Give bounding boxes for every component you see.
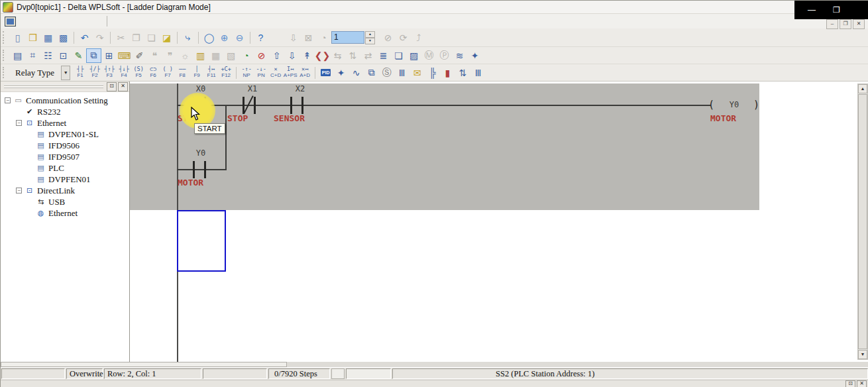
f2-closed-contact-button[interactable]: ┤/├F2 (87, 66, 102, 80)
transfer-icon[interactable]: ⤷ (180, 30, 195, 45)
timer-icon[interactable]: ◔ (316, 30, 331, 45)
memory-grid-icon[interactable]: ▦ (208, 48, 223, 63)
zoom-out-icon[interactable]: ⊖ (232, 30, 247, 45)
instruction-list-icon[interactable]: ▤ (10, 48, 25, 63)
layers-icon[interactable]: ⧉ (364, 66, 379, 80)
f6-coil-button[interactable]: ⊂⊃F6 (146, 66, 160, 80)
mdi-minimize-button[interactable]: – (826, 19, 838, 29)
download-plc-icon[interactable]: ⇩ (284, 48, 299, 63)
m-search-icon[interactable]: Ⓜ (421, 48, 437, 63)
eraser-icon[interactable]: ◪ (159, 30, 174, 45)
tree-item[interactable]: ▤ DVPEN01-SL (1, 129, 129, 140)
code-icon[interactable]: ❮❯ (315, 48, 330, 63)
menu-item[interactable] (68, 20, 80, 23)
contact-x2[interactable] (290, 97, 292, 114)
convert-button[interactable]: ✕C+D (268, 66, 283, 80)
brush-icon[interactable]: ✐ (132, 48, 147, 63)
branch-pipe-icon[interactable]: ╠ (425, 66, 440, 80)
monitor-mode-icon[interactable]: ⊡ (56, 48, 71, 63)
menu-item[interactable] (56, 20, 68, 23)
row-format-icon[interactable]: ≣ (376, 48, 391, 63)
s-coil-icon[interactable]: Ⓢ (379, 66, 394, 80)
f1-open-contact-button[interactable]: ┤├F1 (73, 66, 87, 80)
tree-item[interactable]: ▤ DVPFEN01 (1, 174, 129, 185)
network-icon[interactable]: ⧉ (86, 48, 101, 63)
undo-icon[interactable]: ↶ (77, 30, 92, 45)
mdi-close-button[interactable]: ✕ (853, 19, 865, 29)
cut-icon[interactable]: ✂ (113, 30, 129, 45)
tree-item[interactable]: − ⊡ DirectLink (1, 185, 129, 196)
tree-item[interactable]: ▤ IFD9506 (1, 140, 129, 151)
image-view-icon[interactable]: ▨ (406, 48, 421, 63)
keyboard-icon[interactable]: ⌨ (117, 48, 132, 63)
tool-press-icon[interactable]: ✦ (467, 48, 482, 63)
window-copy-icon[interactable]: ❏ (391, 48, 406, 63)
edit-mode-icon[interactable]: ✎ (71, 48, 86, 63)
f9-vline-button[interactable]: │F9 (190, 66, 204, 80)
f11-edge-button[interactable]: ┤↦F11 (204, 66, 219, 80)
tree-expander[interactable] (27, 154, 33, 160)
save-all-icon[interactable]: ▩ (56, 30, 71, 45)
toolbar-grip[interactable] (3, 31, 7, 44)
menu-item[interactable] (80, 20, 92, 23)
menu-item[interactable] (134, 20, 146, 23)
tree-expander[interactable]: − (16, 120, 22, 126)
panel-pin-button[interactable]: ⊡ (107, 82, 117, 91)
delete-row-button[interactable]: ✕↤A+D (298, 66, 312, 80)
spin-up-icon[interactable]: ▲ (365, 31, 375, 38)
tree-item[interactable]: − ⊡ Ethernet (1, 117, 129, 129)
status-grip-button[interactable] (331, 368, 345, 379)
continue-icon[interactable]: ⤴ (411, 30, 426, 45)
ip-search-icon[interactable]: Ⓟ (437, 48, 452, 63)
mdi-restore-button[interactable]: ❐ (840, 19, 851, 29)
tree-expander[interactable]: − (16, 188, 22, 194)
pid-icon[interactable]: PID (318, 66, 333, 80)
page-input[interactable]: 1 (331, 31, 364, 44)
ladder-editor[interactable]: X0 START X1 STOP X2 SENSOR ( Y0 ) MOTOR … (130, 82, 868, 362)
thermometer-icon[interactable]: ▮ (440, 66, 455, 80)
spin-down-icon[interactable]: ▼ (365, 38, 375, 44)
panel-close-button[interactable]: ✕ (118, 82, 128, 91)
open-icon[interactable]: ❒ (25, 30, 40, 45)
scrollbar-thumb[interactable] (858, 94, 867, 349)
f7-instruction-button[interactable]: ( )F7 (160, 66, 175, 80)
page-spinner[interactable]: ▲▼ (365, 31, 375, 44)
menu-item[interactable] (122, 20, 134, 23)
save-icon[interactable]: ▦ (40, 30, 56, 45)
horizontal-scrollbar[interactable] (1, 362, 868, 367)
tree-item[interactable]: − ▭ Communication Setting (1, 95, 129, 106)
device-table-icon[interactable]: ▥ (193, 48, 208, 63)
pn-button[interactable]: -↓-PN (254, 66, 268, 80)
paste-icon[interactable]: ❏ (144, 30, 159, 45)
menu-item[interactable] (32, 20, 44, 23)
station-icon[interactable]: ≋ (452, 48, 467, 63)
pillars-icon[interactable]: Ⅲ (394, 66, 409, 80)
sort-icon[interactable]: ⇅ (455, 66, 470, 80)
redo-icon[interactable]: ↷ (92, 30, 107, 45)
tree-item[interactable]: ▤ PLC (1, 162, 129, 174)
bottom-close-button[interactable]: ✕ (857, 380, 867, 387)
comment-edit-icon[interactable]: ❞ (162, 48, 178, 63)
upload-plc-icon[interactable]: ⇧ (269, 48, 284, 63)
f8-hline-button[interactable]: ──F8 (175, 66, 190, 80)
menu-item[interactable] (92, 20, 104, 23)
f4-falling-contact-button[interactable]: ┤↓├F4 (117, 66, 131, 80)
tree-expander[interactable] (27, 176, 33, 182)
hscrollbar-thumb[interactable] (1, 362, 287, 367)
ladder-view-icon[interactable]: ⌗ (25, 48, 40, 63)
menu-item[interactable] (44, 20, 56, 23)
scroll-down-icon[interactable]: ▼ (858, 350, 867, 359)
tree-expander[interactable] (27, 165, 33, 171)
menu-item[interactable] (146, 20, 158, 23)
tree-expander[interactable]: − (5, 97, 11, 103)
new-icon[interactable]: ▯ (10, 30, 25, 45)
zoom-in-icon[interactable]: ⊕ (217, 30, 232, 45)
branch-contact-y0[interactable] (193, 161, 195, 178)
mail-icon[interactable]: ✉ (409, 66, 425, 80)
antenna-icon[interactable]: ↟ (299, 48, 315, 63)
toolbar-grip[interactable] (3, 50, 7, 62)
wizard-sparkle-icon[interactable]: ✦ (333, 66, 349, 80)
toolbar-grip[interactable] (3, 67, 7, 79)
tree-item[interactable]: ◍ Ethernet (1, 207, 129, 219)
wave-icon[interactable]: ∿ (349, 66, 364, 80)
